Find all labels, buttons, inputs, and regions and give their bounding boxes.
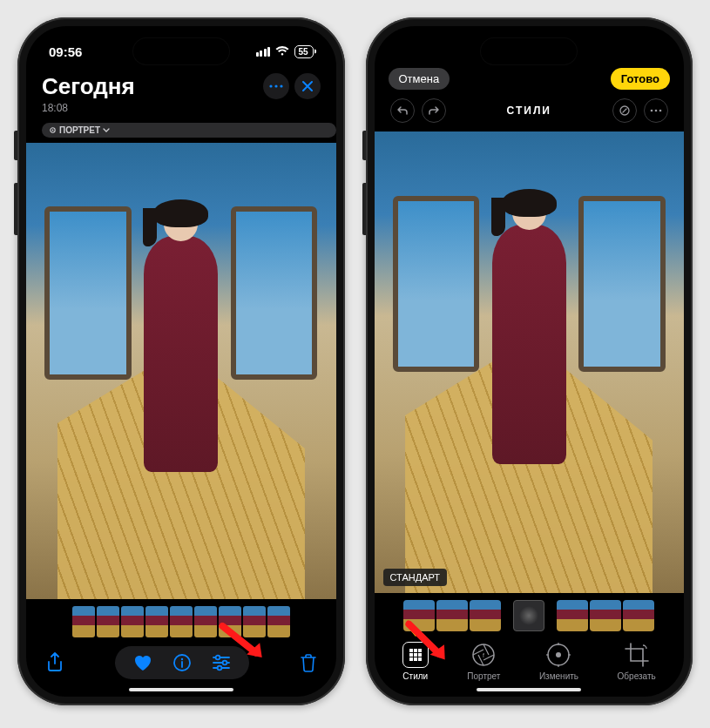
svg-point-2 [280,84,282,87]
svg-point-1 [274,84,277,87]
dynamic-island [481,38,577,64]
svg-rect-16 [418,649,422,652]
page-title: Сегодня [42,73,135,100]
svg-point-11 [651,110,653,112]
svg-rect-21 [414,657,417,661]
aperture-icon: f [470,642,497,668]
svg-point-8 [222,661,227,665]
cancel-button[interactable]: Отмена [389,68,450,90]
photo-subject [492,196,566,529]
photo-bg-window [44,206,132,380]
tab-portrait-label: Портрет [467,671,500,681]
more-button[interactable] [263,73,289,99]
svg-rect-18 [414,653,417,657]
svg-point-9 [217,666,221,671]
thumbnail-scrubber[interactable] [26,599,336,643]
style-thumbnail[interactable] [436,600,468,631]
tab-crop-label: Обрезать [618,671,656,681]
svg-point-6 [181,658,183,660]
svg-point-13 [659,110,662,112]
style-thumbnail[interactable] [623,600,654,631]
adjust-icon [545,642,571,668]
tab-styles-label: Стили [402,671,428,681]
grid-icon [409,648,423,662]
thumbnail[interactable] [121,606,144,637]
thumbnail[interactable] [72,606,95,637]
svg-text:f: f [483,652,484,658]
home-indicator[interactable] [129,688,233,691]
photo-bg-window [231,206,318,380]
portrait-badge[interactable]: ПОРТРЕТ [42,123,336,138]
edit-header: Отмена Готово [375,68,685,93]
battery-icon: 55 [294,45,313,58]
edit-mode-title: СТИЛИ [507,104,551,117]
done-button[interactable]: Готово [611,68,670,90]
tab-portrait[interactable]: f Портрет [467,642,500,681]
info-button[interactable] [172,653,192,672]
thumbnail[interactable] [243,606,266,637]
svg-point-12 [655,110,658,112]
dynamic-island [133,38,229,64]
svg-rect-15 [414,649,417,652]
wifi-icon [275,46,289,57]
style-thumbnail[interactable] [590,600,621,631]
undo-button[interactable] [390,98,415,123]
favorite-button[interactable] [132,653,153,672]
crop-icon [624,642,650,668]
thumbnail[interactable] [170,606,193,637]
share-button[interactable] [45,651,64,674]
redo-button[interactable] [422,98,446,123]
style-thumbnail[interactable] [403,600,435,631]
phone-frame-right: Отмена Готово СТИЛИ [366,17,693,705]
cellular-icon [256,47,271,57]
current-style-label: СТАНДАРТ [383,569,448,586]
style-thumbnail[interactable] [557,600,588,631]
style-thumbnail-selected[interactable] [513,600,544,631]
edit-button[interactable] [211,654,232,671]
thumbnail[interactable] [267,606,290,637]
tab-styles[interactable]: Стили [402,642,429,681]
svg-point-30 [556,652,561,657]
photo-header: Сегодня 18:08 [26,70,336,119]
style-picker[interactable] [375,593,685,637]
svg-rect-17 [409,653,413,657]
markup-button[interactable] [612,98,637,123]
portrait-icon [49,126,57,134]
close-button[interactable] [294,73,321,99]
thumbnail[interactable] [219,606,241,637]
tab-adjust-label: Изменить [539,671,578,681]
svg-point-4 [52,130,54,131]
more-button[interactable] [644,98,668,123]
photo-bg-window [393,196,480,371]
svg-rect-19 [418,653,422,657]
tab-adjust[interactable]: Изменить [539,642,578,681]
svg-point-0 [269,84,272,87]
page-subtitle: 18:08 [42,102,135,114]
thumbnail[interactable] [97,606,119,637]
svg-rect-20 [409,657,413,661]
status-indicators: 55 [256,45,314,58]
screen-right: Отмена Готово СТИЛИ [375,26,685,697]
home-indicator[interactable] [477,688,581,691]
phone-frame-left: 09:56 55 Сегодня 18:08 [17,17,345,705]
photo-subject [144,206,218,535]
photo-bg-window [578,196,666,371]
photo-viewer[interactable] [26,143,336,599]
thumbnail[interactable] [194,606,217,637]
status-time: 09:56 [49,44,82,59]
screen-left: 09:56 55 Сегодня 18:08 [26,26,336,697]
chevron-down-icon [103,128,110,133]
svg-rect-22 [418,657,422,661]
svg-rect-14 [409,649,413,652]
photo-editor-canvas[interactable]: СТАНДАРТ [375,131,685,593]
tab-crop[interactable]: Обрезать [618,642,656,681]
svg-point-7 [215,656,220,660]
thumbnail[interactable] [145,606,168,637]
edit-subheader: СТИЛИ [375,93,685,131]
style-thumbnail[interactable] [470,600,501,631]
delete-button[interactable] [300,652,317,673]
